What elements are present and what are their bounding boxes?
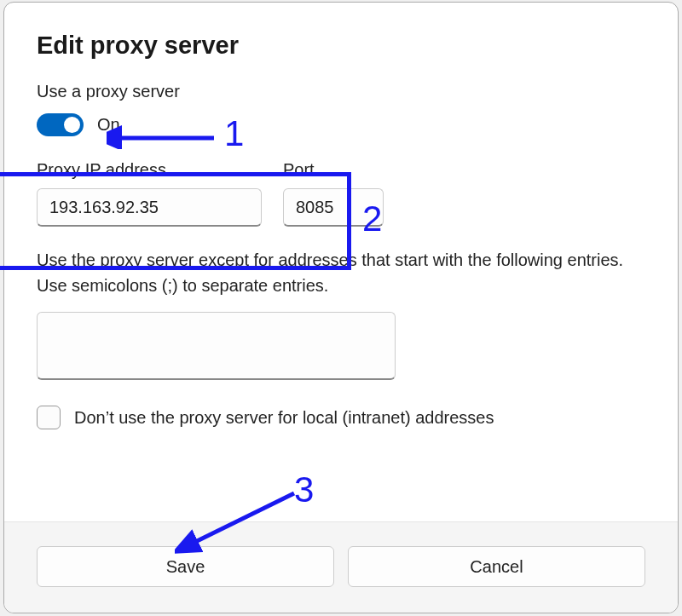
dialog-content: Edit proxy server Use a proxy server On … (4, 3, 678, 521)
toggle-state-label: On (97, 115, 120, 135)
ip-port-row: Proxy IP address Port (37, 160, 645, 227)
local-checkbox[interactable] (37, 406, 61, 429)
ip-col: Proxy IP address (37, 160, 262, 227)
cancel-button[interactable]: Cancel (348, 546, 645, 587)
exceptions-desc: Use the proxy server except for addresse… (37, 247, 645, 298)
edit-proxy-dialog: Edit proxy server Use a proxy server On … (3, 2, 679, 613)
proxy-toggle[interactable] (37, 113, 84, 136)
toggle-row: On (37, 113, 645, 136)
ip-label: Proxy IP address (37, 160, 262, 180)
use-proxy-label: Use a proxy server (37, 82, 645, 101)
proxy-port-input[interactable] (283, 188, 384, 227)
toggle-knob-icon (64, 117, 80, 133)
local-check-label: Don’t use the proxy server for local (in… (74, 408, 494, 428)
local-check-row: Don’t use the proxy server for local (in… (37, 406, 645, 429)
dialog-title: Edit proxy server (37, 32, 645, 60)
proxy-ip-input[interactable] (37, 188, 262, 227)
port-col: Port (283, 160, 384, 227)
annotation-number-3: 3 (294, 469, 314, 510)
save-button[interactable]: Save (37, 546, 334, 587)
port-label: Port (283, 160, 384, 180)
exceptions-input[interactable] (37, 312, 396, 380)
dialog-footer: Save Cancel (4, 521, 678, 613)
